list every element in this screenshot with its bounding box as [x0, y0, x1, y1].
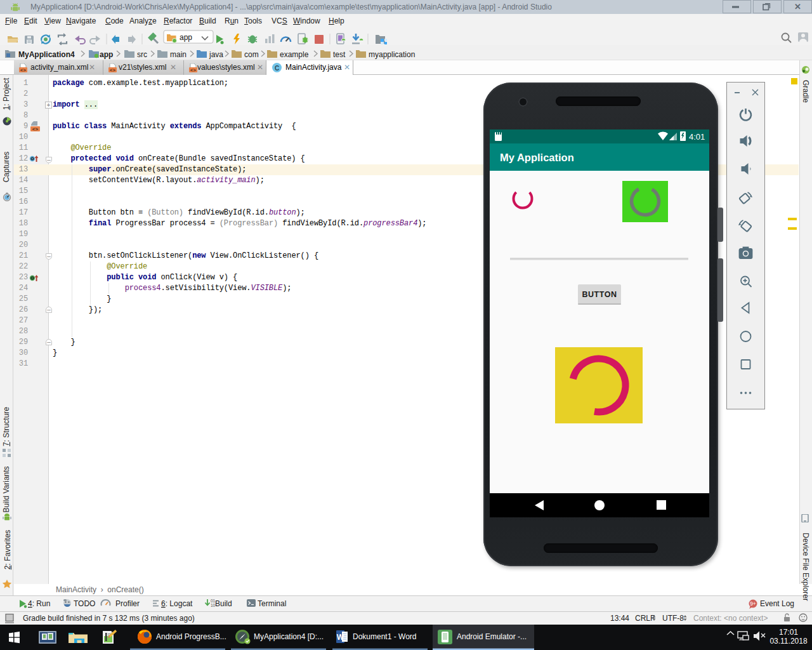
svg-text:BUTTON: BUTTON	[582, 290, 617, 299]
svg-text:UTF-8: UTF-8	[662, 614, 684, 623]
svg-text:C: C	[275, 65, 279, 72]
svg-text:MyApplication4: MyApplication4	[18, 50, 75, 59]
svg-text:MyApplication4 [D:...: MyApplication4 [D:...	[254, 632, 324, 641]
svg-text:<>: <>	[32, 126, 39, 132]
svg-text:test: test	[333, 50, 346, 59]
svg-text:app: app	[180, 33, 192, 42]
svg-text:4:01: 4:01	[689, 132, 705, 142]
svg-text:CRLF: CRLF	[635, 614, 655, 623]
svg-text:src: src	[137, 50, 147, 59]
svg-text:Terminal: Terminal	[258, 599, 286, 608]
svg-text:Context: <no context>: Context: <no context>	[693, 614, 768, 623]
svg-text:6: Logcat: 6: Logcat	[161, 599, 193, 608]
svg-text:main: main	[170, 50, 187, 59]
svg-text:13:44: 13:44	[610, 614, 629, 623]
svg-text:com: com	[244, 50, 259, 59]
svg-text:Dokument1 - Word: Dokument1 - Word	[353, 632, 416, 641]
svg-text:4: Run: 4: Run	[28, 599, 50, 608]
svg-text:Profiler: Profiler	[115, 599, 140, 608]
svg-text:Build: Build	[215, 599, 232, 608]
svg-text:Gradle build finished in 7 s 1: Gradle build finished in 7 s 132 ms (3 m…	[23, 614, 195, 623]
svg-text:9+: 9+	[750, 600, 756, 607]
svg-text:example: example	[280, 50, 309, 59]
svg-text:17:01: 17:01	[779, 628, 798, 637]
svg-text:W: W	[337, 633, 344, 642]
svg-text:java: java	[209, 50, 223, 59]
svg-text:TODO: TODO	[74, 599, 95, 608]
svg-text:<>: <>	[20, 67, 26, 73]
svg-text:03.11.2018: 03.11.2018	[769, 637, 807, 646]
svg-text:myapplication: myapplication	[369, 50, 415, 59]
svg-text:Event Log: Event Log	[760, 599, 794, 608]
svg-text:Android ProgressB...: Android ProgressB...	[156, 632, 226, 641]
svg-text:Android Emulator -...: Android Emulator -...	[457, 632, 527, 641]
svg-text:app: app	[100, 50, 113, 59]
svg-text:<>: <>	[110, 67, 115, 73]
svg-text:<>: <>	[190, 67, 196, 73]
